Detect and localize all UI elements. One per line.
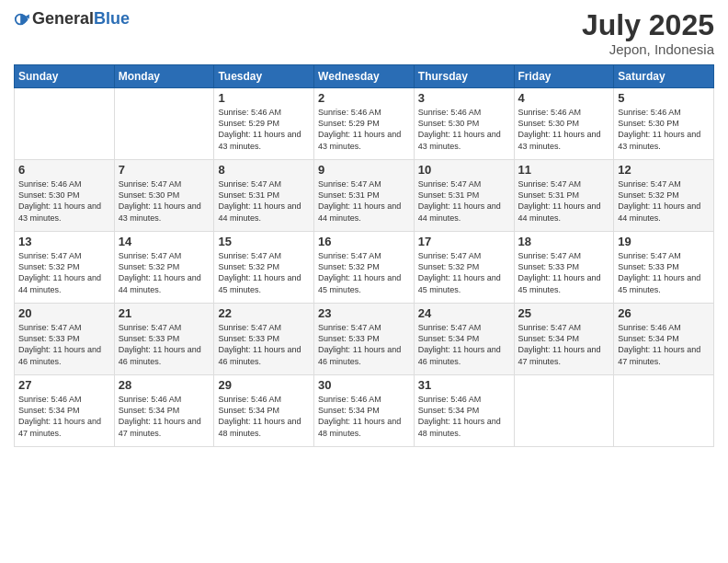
calendar-cell: 13Sunrise: 5:47 AM Sunset: 5:32 PM Dayli…	[15, 232, 115, 304]
day-info: Sunrise: 5:47 AM Sunset: 5:32 PM Dayligh…	[618, 178, 710, 224]
day-info: Sunrise: 5:46 AM Sunset: 5:34 PM Dayligh…	[119, 394, 210, 439]
calendar-week-row: 27Sunrise: 5:46 AM Sunset: 5:34 PM Dayli…	[15, 375, 714, 447]
calendar-cell: 31Sunrise: 5:46 AM Sunset: 5:34 PM Dayli…	[414, 375, 514, 447]
day-info: Sunrise: 5:46 AM Sunset: 5:34 PM Dayligh…	[218, 394, 310, 439]
day-info: Sunrise: 5:47 AM Sunset: 5:32 PM Dayligh…	[318, 250, 410, 295]
calendar-cell	[614, 375, 714, 447]
day-number: 14	[119, 235, 210, 248]
day-number: 2	[318, 91, 410, 105]
calendar-cell: 17Sunrise: 5:47 AM Sunset: 5:32 PM Dayli…	[414, 232, 514, 304]
day-info: Sunrise: 5:46 AM Sunset: 5:34 PM Dayligh…	[318, 394, 410, 439]
day-info: Sunrise: 5:46 AM Sunset: 5:30 PM Dayligh…	[518, 107, 610, 152]
calendar-cell: 30Sunrise: 5:46 AM Sunset: 5:34 PM Dayli…	[314, 375, 415, 447]
day-info: Sunrise: 5:47 AM Sunset: 5:31 PM Dayligh…	[418, 178, 510, 224]
calendar-cell: 3Sunrise: 5:46 AM Sunset: 5:30 PM Daylig…	[414, 88, 514, 160]
calendar-cell: 19Sunrise: 5:47 AM Sunset: 5:33 PM Dayli…	[614, 232, 714, 304]
day-info: Sunrise: 5:46 AM Sunset: 5:34 PM Dayligh…	[418, 394, 510, 439]
day-info: Sunrise: 5:47 AM Sunset: 5:33 PM Dayligh…	[518, 250, 610, 295]
day-number: 9	[318, 163, 410, 177]
day-info: Sunrise: 5:47 AM Sunset: 5:34 PM Dayligh…	[418, 322, 510, 367]
weekday-header: Saturday	[614, 65, 714, 88]
day-number: 27	[18, 378, 110, 392]
calendar-location: Jepon, Indonesia	[582, 41, 714, 57]
day-info: Sunrise: 5:47 AM Sunset: 5:30 PM Dayligh…	[119, 178, 210, 224]
day-number: 31	[418, 378, 510, 392]
calendar-cell: 26Sunrise: 5:46 AM Sunset: 5:34 PM Dayli…	[614, 304, 714, 375]
calendar-header-row: SundayMondayTuesdayWednesdayThursdayFrid…	[15, 65, 714, 88]
logo: GeneralBlue	[14, 9, 130, 29]
calendar-cell: 27Sunrise: 5:46 AM Sunset: 5:34 PM Dayli…	[15, 375, 115, 447]
day-number: 21	[119, 306, 210, 320]
day-info: Sunrise: 5:46 AM Sunset: 5:30 PM Dayligh…	[618, 107, 710, 152]
day-number: 10	[418, 163, 510, 177]
calendar-cell: 2Sunrise: 5:46 AM Sunset: 5:29 PM Daylig…	[314, 88, 415, 160]
day-number: 12	[618, 163, 710, 177]
day-info: Sunrise: 5:46 AM Sunset: 5:29 PM Dayligh…	[218, 107, 310, 152]
day-number: 26	[618, 306, 710, 320]
day-info: Sunrise: 5:47 AM Sunset: 5:32 PM Dayligh…	[119, 250, 210, 295]
weekday-header: Tuesday	[214, 65, 314, 88]
day-info: Sunrise: 5:46 AM Sunset: 5:29 PM Dayligh…	[318, 107, 410, 152]
calendar-cell: 1Sunrise: 5:46 AM Sunset: 5:29 PM Daylig…	[214, 88, 314, 160]
day-info: Sunrise: 5:47 AM Sunset: 5:33 PM Dayligh…	[318, 322, 410, 367]
day-info: Sunrise: 5:47 AM Sunset: 5:33 PM Dayligh…	[119, 322, 210, 367]
day-number: 22	[218, 306, 310, 320]
calendar-cell: 20Sunrise: 5:47 AM Sunset: 5:33 PM Dayli…	[15, 304, 115, 375]
day-info: Sunrise: 5:47 AM Sunset: 5:31 PM Dayligh…	[318, 178, 410, 224]
calendar-cell: 29Sunrise: 5:46 AM Sunset: 5:34 PM Dayli…	[214, 375, 314, 447]
day-number: 20	[18, 306, 110, 320]
calendar-cell: 10Sunrise: 5:47 AM Sunset: 5:31 PM Dayli…	[414, 160, 514, 232]
day-info: Sunrise: 5:46 AM Sunset: 5:34 PM Dayligh…	[18, 394, 110, 439]
calendar-week-row: 6Sunrise: 5:46 AM Sunset: 5:30 PM Daylig…	[15, 160, 714, 232]
day-number: 28	[119, 378, 210, 392]
title-block: July 2025 Jepon, Indonesia	[582, 9, 714, 57]
day-number: 23	[318, 306, 410, 320]
day-info: Sunrise: 5:47 AM Sunset: 5:31 PM Dayligh…	[218, 178, 310, 224]
page: GeneralBlue July 2025 Jepon, Indonesia S…	[0, 0, 728, 563]
logo-blue: Blue	[94, 9, 130, 28]
day-info: Sunrise: 5:47 AM Sunset: 5:32 PM Dayligh…	[18, 250, 110, 295]
calendar-cell: 8Sunrise: 5:47 AM Sunset: 5:31 PM Daylig…	[214, 160, 314, 232]
day-number: 18	[518, 235, 610, 248]
calendar-cell: 4Sunrise: 5:46 AM Sunset: 5:30 PM Daylig…	[514, 88, 614, 160]
calendar-cell: 12Sunrise: 5:47 AM Sunset: 5:32 PM Dayli…	[614, 160, 714, 232]
day-number: 25	[518, 306, 610, 320]
day-number: 29	[218, 378, 310, 392]
calendar-cell	[114, 88, 214, 160]
calendar-cell: 16Sunrise: 5:47 AM Sunset: 5:32 PM Dayli…	[314, 232, 415, 304]
weekday-header: Sunday	[15, 65, 115, 88]
calendar-cell: 7Sunrise: 5:47 AM Sunset: 5:30 PM Daylig…	[114, 160, 214, 232]
day-number: 13	[18, 235, 110, 248]
calendar-cell: 22Sunrise: 5:47 AM Sunset: 5:33 PM Dayli…	[214, 304, 314, 375]
weekday-header: Wednesday	[314, 65, 415, 88]
day-number: 8	[218, 163, 310, 177]
calendar-title: July 2025	[582, 9, 714, 41]
day-info: Sunrise: 5:47 AM Sunset: 5:33 PM Dayligh…	[618, 250, 710, 295]
calendar-table: SundayMondayTuesdayWednesdayThursdayFrid…	[14, 64, 714, 447]
calendar-week-row: 1Sunrise: 5:46 AM Sunset: 5:29 PM Daylig…	[15, 88, 714, 160]
calendar-cell: 24Sunrise: 5:47 AM Sunset: 5:34 PM Dayli…	[414, 304, 514, 375]
calendar-week-row: 13Sunrise: 5:47 AM Sunset: 5:32 PM Dayli…	[15, 232, 714, 304]
header: GeneralBlue July 2025 Jepon, Indonesia	[14, 9, 714, 57]
day-number: 30	[318, 378, 410, 392]
logo-general: General	[32, 9, 94, 28]
calendar-cell: 5Sunrise: 5:46 AM Sunset: 5:30 PM Daylig…	[614, 88, 714, 160]
day-info: Sunrise: 5:47 AM Sunset: 5:32 PM Dayligh…	[218, 250, 310, 295]
day-info: Sunrise: 5:47 AM Sunset: 5:32 PM Dayligh…	[418, 250, 510, 295]
day-number: 17	[418, 235, 510, 248]
calendar-cell	[15, 88, 115, 160]
day-number: 15	[218, 235, 310, 248]
day-info: Sunrise: 5:47 AM Sunset: 5:34 PM Dayligh…	[518, 322, 610, 367]
calendar-cell: 28Sunrise: 5:46 AM Sunset: 5:34 PM Dayli…	[114, 375, 214, 447]
day-number: 7	[119, 163, 210, 177]
day-info: Sunrise: 5:47 AM Sunset: 5:33 PM Dayligh…	[218, 322, 310, 367]
day-info: Sunrise: 5:46 AM Sunset: 5:34 PM Dayligh…	[618, 322, 710, 367]
day-number: 3	[418, 91, 510, 105]
calendar-cell: 15Sunrise: 5:47 AM Sunset: 5:32 PM Dayli…	[214, 232, 314, 304]
day-info: Sunrise: 5:47 AM Sunset: 5:33 PM Dayligh…	[18, 322, 110, 367]
weekday-header: Friday	[514, 65, 614, 88]
day-number: 5	[618, 91, 710, 105]
day-info: Sunrise: 5:47 AM Sunset: 5:31 PM Dayligh…	[518, 178, 610, 224]
logo-icon	[14, 11, 30, 28]
day-number: 4	[518, 91, 610, 105]
